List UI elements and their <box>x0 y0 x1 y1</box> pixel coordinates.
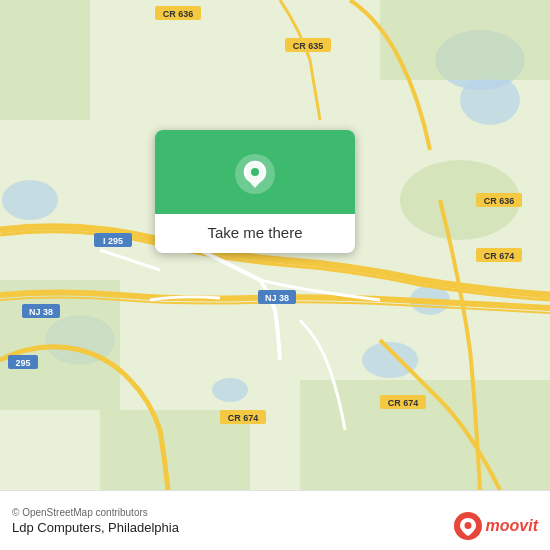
card-green-area <box>155 130 355 214</box>
svg-point-38 <box>464 522 471 529</box>
svg-text:NJ 38: NJ 38 <box>265 293 289 303</box>
moovit-icon <box>454 512 482 540</box>
moovit-logo: moovit <box>454 512 538 540</box>
svg-rect-8 <box>0 0 90 120</box>
svg-point-3 <box>2 180 58 220</box>
svg-text:295: 295 <box>15 358 30 368</box>
take-me-there-card[interactable]: Take me there <box>155 130 355 253</box>
svg-point-2 <box>460 75 520 125</box>
svg-text:NJ 38: NJ 38 <box>29 307 53 317</box>
moovit-brand-text: moovit <box>486 517 538 535</box>
svg-text:CR 674: CR 674 <box>228 413 259 423</box>
svg-point-36 <box>251 168 259 176</box>
svg-text:CR 636: CR 636 <box>484 196 515 206</box>
svg-text:CR 674: CR 674 <box>388 398 419 408</box>
svg-point-7 <box>212 378 248 402</box>
bottom-bar: © OpenStreetMap contributors Ldp Compute… <box>0 490 550 550</box>
svg-text:I 295: I 295 <box>103 236 123 246</box>
take-me-there-label: Take me there <box>191 214 318 253</box>
map-container[interactable]: CR 636 CR 635 I 295 CR 636 CR 674 NJ 38 … <box>0 0 550 490</box>
svg-text:CR 635: CR 635 <box>293 41 324 51</box>
location-pin-icon <box>233 152 277 196</box>
svg-text:CR 636: CR 636 <box>163 9 194 19</box>
svg-text:CR 674: CR 674 <box>484 251 515 261</box>
